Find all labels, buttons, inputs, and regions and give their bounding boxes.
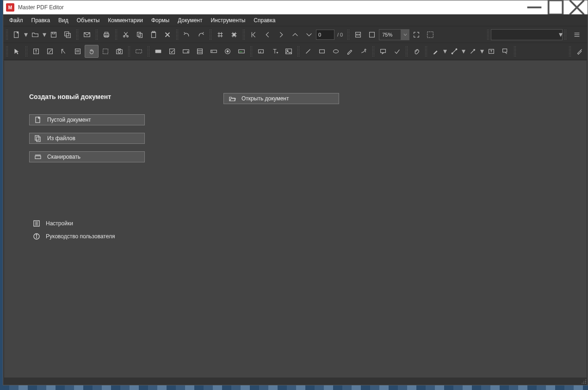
edit-document-tool[interactable]	[71, 45, 85, 58]
arrow-tool[interactable]	[466, 45, 480, 58]
prev-page-button[interactable]	[260, 28, 274, 41]
combobox-field-tool[interactable]	[179, 45, 193, 58]
save-as-button[interactable]	[61, 28, 74, 41]
from-files-label: Из файлов	[47, 135, 75, 142]
grid-button[interactable]	[213, 28, 227, 41]
menu-comments[interactable]: Комментарии	[104, 14, 147, 26]
menu-document[interactable]: Документ	[173, 14, 206, 26]
page-number-input[interactable]	[316, 30, 334, 40]
print-button[interactable]	[99, 28, 113, 41]
menu-tools[interactable]: Инструменты	[206, 14, 249, 26]
search-box[interactable]: ▾	[491, 29, 563, 40]
select-tool[interactable]	[10, 45, 24, 58]
resize-grip[interactable]	[581, 378, 587, 384]
ellipse-tool[interactable]	[329, 45, 343, 58]
signature-field-tool[interactable]	[235, 45, 248, 58]
highlight-tool[interactable]	[429, 45, 443, 58]
delete-button[interactable]	[161, 28, 174, 41]
checkbox-field-tool[interactable]	[165, 45, 179, 58]
maximize-button[interactable]	[545, 0, 566, 14]
menu-edit[interactable]: Правка	[27, 14, 55, 26]
button-field-tool[interactable]	[151, 45, 165, 58]
open-button[interactable]	[28, 28, 42, 41]
svg-rect-5	[51, 32, 56, 37]
new-blank-button[interactable]: Пустой документ	[29, 114, 145, 125]
svg-rect-37	[136, 50, 142, 53]
check-annot-tool[interactable]	[390, 45, 404, 58]
svg-rect-65	[37, 137, 40, 142]
input-field-tool[interactable]	[207, 45, 221, 58]
new-doc-dropdown[interactable]: ▾	[24, 28, 28, 41]
new-blank-label: Пустой документ	[47, 117, 91, 123]
pencil-annot-tool[interactable]	[343, 45, 357, 58]
minimize-button[interactable]	[524, 0, 545, 14]
open-document-button[interactable]: Открыть документ	[223, 93, 339, 104]
new-doc-button[interactable]	[10, 28, 24, 41]
edit-vector-tool[interactable]	[57, 45, 71, 58]
text-field-tool[interactable]	[132, 45, 146, 58]
menu-hamburger-button[interactable]	[570, 28, 584, 41]
arrow-dropdown[interactable]: ▾	[480, 45, 484, 58]
menu-objects[interactable]: Объекты	[73, 14, 104, 26]
down-button[interactable]	[302, 28, 316, 41]
edit-forms-tool[interactable]	[43, 45, 57, 58]
zoom-dropdown[interactable]	[401, 29, 409, 40]
line-tool[interactable]	[301, 45, 315, 58]
menu-view[interactable]: Вид	[54, 14, 73, 26]
svg-point-51	[287, 50, 288, 51]
svg-point-59	[456, 49, 457, 50]
search-input[interactable]	[495, 32, 559, 37]
svg-rect-21	[370, 32, 375, 37]
from-files-button[interactable]: Из файлов	[29, 133, 145, 144]
add-text-tool[interactable]	[268, 45, 282, 58]
zoom-value[interactable]: 75%	[379, 29, 401, 40]
app-title: Master PDF Editor	[18, 4, 64, 11]
save-button[interactable]	[47, 28, 61, 41]
fullscreen-button[interactable]	[423, 28, 437, 41]
fit-width-button[interactable]	[351, 28, 365, 41]
textbox-tool[interactable]	[484, 45, 498, 58]
svg-rect-62	[503, 49, 507, 52]
cut-button[interactable]	[119, 28, 133, 41]
first-page-button[interactable]	[247, 28, 260, 41]
edit-text-tool[interactable]	[29, 45, 43, 58]
rectangle-tool[interactable]	[315, 45, 329, 58]
email-button[interactable]	[80, 28, 94, 41]
copy-button[interactable]	[133, 28, 147, 41]
snapshot-tool[interactable]	[112, 45, 126, 58]
manual-link[interactable]: Руководство пользователя	[29, 230, 145, 243]
statusbar	[3, 378, 588, 385]
menu-help[interactable]: Справка	[249, 14, 279, 26]
undo-button[interactable]	[180, 28, 194, 41]
next-page-button[interactable]	[274, 28, 288, 41]
strikeout-tool[interactable]	[447, 45, 461, 58]
attachment-tool[interactable]	[409, 45, 423, 58]
select-area-tool[interactable]	[99, 45, 112, 58]
open-dropdown[interactable]: ▾	[42, 28, 47, 41]
callout-tool[interactable]	[498, 45, 512, 58]
svg-rect-56	[381, 49, 386, 52]
menu-file[interactable]: Файл	[5, 14, 27, 26]
hand-tool[interactable]	[85, 45, 99, 58]
redo-button[interactable]	[194, 28, 208, 41]
highlight-dropdown[interactable]: ▾	[443, 45, 447, 58]
paste-button[interactable]	[147, 28, 161, 41]
menu-forms[interactable]: Формы	[147, 14, 173, 26]
listbox-field-tool[interactable]	[193, 45, 207, 58]
link-tool[interactable]	[254, 45, 268, 58]
snap-button[interactable]	[227, 28, 241, 41]
up-button[interactable]	[288, 28, 302, 41]
svg-point-55	[365, 49, 366, 50]
initials-tool[interactable]	[357, 45, 371, 58]
scan-button[interactable]: Сканировать	[29, 151, 145, 162]
close-button[interactable]	[566, 0, 588, 14]
settings-link[interactable]: Настройки	[29, 217, 145, 230]
radio-field-tool[interactable]	[221, 45, 235, 58]
add-image-tool[interactable]	[282, 45, 296, 58]
strikeout-dropdown[interactable]: ▾	[461, 45, 466, 58]
note-tool[interactable]	[376, 45, 390, 58]
actual-size-button[interactable]	[409, 28, 423, 41]
search-dropdown[interactable]: ▾	[559, 30, 563, 39]
brush-tool[interactable]	[573, 45, 587, 58]
fit-page-button[interactable]	[365, 28, 379, 41]
